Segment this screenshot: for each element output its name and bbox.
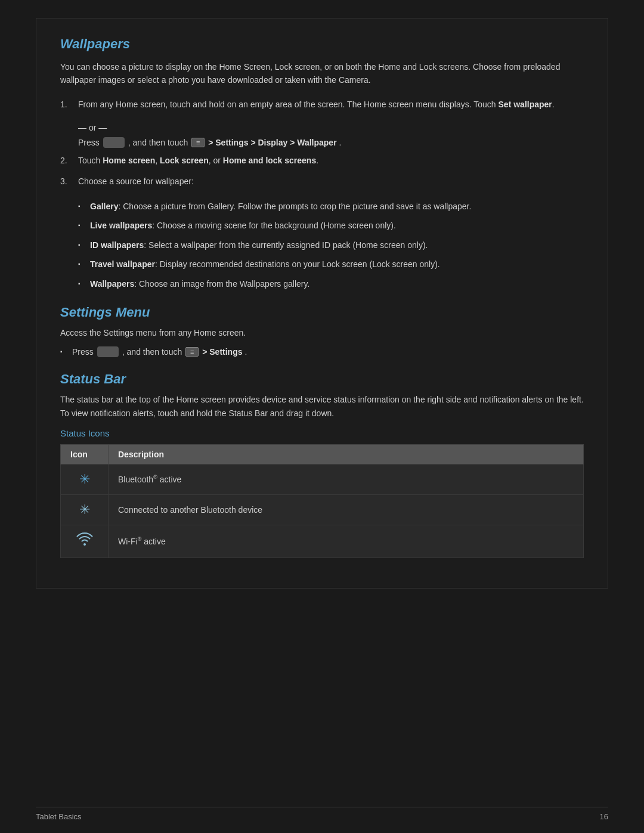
bluetooth-description-cell: Bluetooth® active: [109, 465, 584, 495]
settings-comma-separator: , and then touch: [122, 347, 182, 357]
gallery-item: Gallery: Choose a picture from Gallery. …: [78, 200, 584, 213]
settings-period: .: [245, 347, 247, 357]
lock-screen-bold: Lock screen: [160, 156, 209, 165]
id-wallpapers-text: : Select a wallpaper from the currently …: [144, 240, 428, 250]
bluetooth-icon: ✳: [79, 472, 90, 487]
wifi-reg: ®: [138, 537, 142, 543]
status-bar-title: Status Bar: [60, 371, 584, 387]
live-wallpapers-bold: Live wallpapers: [90, 221, 152, 230]
wallpapers-title: Wallpapers: [60, 36, 584, 52]
settings-menu-intro: Access the Settings menu from any Home s…: [60, 326, 584, 339]
wallpapers-bold: Wallpapers: [90, 279, 134, 289]
menu-button-icon: [191, 138, 205, 147]
step-3: 3. Choose a source for wallpaper:: [60, 175, 584, 188]
settings-label: > Settings: [202, 347, 242, 357]
settings-press-label: Press: [72, 347, 94, 357]
content-area: Wallpapers You can choose a picture to d…: [36, 18, 608, 589]
id-wallpapers-bold: ID wallpapers: [90, 240, 144, 250]
step-3-text: Choose a source for wallpaper:: [78, 176, 194, 186]
settings-press-line: Press , and then touch > Settings.: [60, 346, 584, 357]
home-lock-screens-bold: Home and lock screens: [223, 156, 316, 165]
step-2-text: Touch Home screen, Lock screen, or Home …: [78, 156, 318, 165]
bluetooth-connected-desc-text: Connected to another Bluetooth device: [118, 505, 262, 515]
status-icons-subtitle: Status Icons: [60, 428, 584, 438]
wallpapers-intro: You can choose a picture to display on t…: [60, 60, 584, 87]
settings-display-wallpaper: > Settings > Display > Wallpaper: [208, 138, 336, 147]
settings-menu-title: Settings Menu: [60, 305, 584, 320]
wallpapers-text: : Choose an image from the Wallpapers ga…: [134, 279, 309, 289]
wallpapers-steps: 1. From any Home screen, touch and hold …: [60, 98, 584, 111]
step-2: 2. Touch Home screen, Lock screen, or Ho…: [60, 154, 584, 167]
page-container: Wallpapers You can choose a picture to d…: [0, 0, 644, 833]
status-bar-intro: The status bar at the top of the Home sc…: [60, 393, 584, 420]
wallpapers-item: Wallpapers: Choose an image from the Wal…: [78, 277, 584, 290]
wifi-icon: [76, 532, 93, 550]
page-number: 16: [600, 812, 608, 821]
step-1: 1. From any Home screen, touch and hold …: [60, 98, 584, 111]
or-divider: — or —: [78, 123, 584, 132]
status-icons-table: Icon Description ✳ Bluetooth® active: [60, 444, 584, 558]
travel-wallpaper-text: : Display recommended destinations on yo…: [155, 259, 440, 269]
step-1-text: From any Home screen, touch and hold on …: [78, 100, 555, 109]
gallery-text: : Choose a picture from Gallery. Follow …: [118, 202, 471, 211]
settings-home-button-icon: [97, 346, 119, 357]
wifi-icon-cell: [61, 525, 109, 558]
footer-left-text: Tablet Basics: [36, 812, 82, 821]
comma-separator: , and then touch: [128, 138, 188, 147]
bluetooth-desc-text: Bluetooth® active: [118, 475, 181, 484]
live-wallpapers-item: Live wallpapers: Choose a moving scene f…: [78, 219, 584, 232]
gallery-bold: Gallery: [90, 202, 118, 211]
step-1-number: 1.: [60, 98, 67, 111]
table-row: Wi-Fi® active: [61, 525, 584, 558]
bluetooth-connected-icon: ✳: [79, 502, 90, 518]
wifi-description-cell: Wi-Fi® active: [109, 525, 584, 558]
icon-column-header: Icon: [61, 445, 109, 465]
table-row: ✳ Connected to another Bluetooth device: [61, 495, 584, 525]
description-column-header: Description: [109, 445, 584, 465]
wifi-desc-text: Wi-Fi® active: [118, 537, 166, 546]
bluetooth-icon-cell: ✳: [61, 465, 109, 495]
live-wallpapers-text: : Choose a moving scene for the backgrou…: [152, 221, 396, 230]
wifi-svg: [76, 532, 93, 547]
id-wallpapers-item: ID wallpapers: Select a wallpaper from t…: [78, 239, 584, 252]
table-row: ✳ Bluetooth® active: [61, 465, 584, 495]
travel-wallpaper-bold: Travel wallpaper: [90, 259, 155, 269]
period-1: .: [339, 138, 342, 147]
home-button-icon: [103, 137, 125, 148]
wallpaper-sources-list: Gallery: Choose a picture from Gallery. …: [78, 200, 584, 290]
step-2-number: 2.: [60, 154, 67, 167]
set-wallpaper-bold: Set wallpaper: [499, 100, 552, 109]
settings-menu-button-icon: [185, 347, 199, 357]
press-label: Press: [78, 138, 100, 147]
bluetooth-reg: ®: [153, 475, 157, 481]
step-3-number: 3.: [60, 175, 67, 188]
travel-wallpaper-item: Travel wallpaper: Display recommended de…: [78, 258, 584, 271]
home-screen-bold: Home screen: [103, 156, 155, 165]
press-line-1: Press , and then touch > Settings > Disp…: [78, 137, 584, 148]
wallpapers-steps-2: 2. Touch Home screen, Lock screen, or Ho…: [60, 154, 584, 188]
bluetooth-connected-icon-cell: ✳: [61, 495, 109, 525]
bluetooth-connected-description-cell: Connected to another Bluetooth device: [109, 495, 584, 525]
table-header-row: Icon Description: [61, 445, 584, 465]
page-footer: Tablet Basics 16: [36, 807, 608, 821]
